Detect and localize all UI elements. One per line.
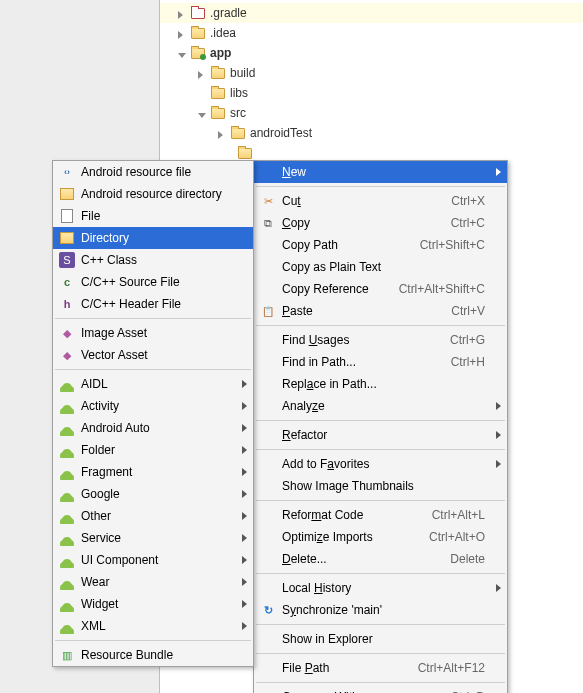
menu-label: AIDL <box>81 377 108 391</box>
tree-item-androidtest[interactable]: androidTest <box>160 123 583 143</box>
tree-label: androidTest <box>250 126 312 140</box>
file-icon <box>59 208 75 224</box>
menu-separator <box>256 500 505 501</box>
module-folder-icon <box>191 48 205 59</box>
shortcut: Ctrl+H <box>451 355 485 369</box>
menu-item-other[interactable]: Other <box>53 505 253 527</box>
collapse-arrow-icon[interactable] <box>178 48 188 58</box>
collapse-arrow-icon[interactable] <box>198 108 208 118</box>
menu-item-refactor[interactable]: Refactor <box>254 424 507 446</box>
menu-label: Copy Reference <box>282 282 369 296</box>
tree-item-gradle[interactable]: .gradle <box>160 3 583 23</box>
menu-item-android-auto[interactable]: Android Auto <box>53 417 253 439</box>
menu-item-copy-reference[interactable]: Copy ReferenceCtrl+Alt+Shift+C <box>254 278 507 300</box>
menu-item-vector-asset[interactable]: Vector Asset <box>53 344 253 366</box>
menu-item-copy-plain[interactable]: Copy as Plain Text <box>254 256 507 278</box>
menu-label: Copy <box>282 216 310 230</box>
menu-item-show-explorer[interactable]: Show in Explorer <box>254 628 507 650</box>
android-icon <box>59 508 75 524</box>
menu-item-resource-bundle[interactable]: Resource Bundle <box>53 644 253 666</box>
menu-label: Copy Path <box>282 238 338 252</box>
expand-arrow-icon[interactable] <box>198 68 208 78</box>
menu-label: Delete... <box>282 552 327 566</box>
menu-item-file-path[interactable]: File PathCtrl+Alt+F12 <box>254 657 507 679</box>
menu-item-file[interactable]: File <box>53 205 253 227</box>
menu-item-find-in-path[interactable]: Find in Path...Ctrl+H <box>254 351 507 373</box>
menu-item-google[interactable]: Google <box>53 483 253 505</box>
menu-item-replace-in-path[interactable]: Replace in Path... <box>254 373 507 395</box>
menu-item-xml[interactable]: XML <box>53 615 253 637</box>
tree-item-idea[interactable]: .idea <box>160 23 583 43</box>
tree-item-src[interactable]: src <box>160 103 583 123</box>
android-icon <box>59 574 75 590</box>
menu-item-paste[interactable]: PasteCtrl+V <box>254 300 507 322</box>
menu-item-optimize-imports[interactable]: Optimize ImportsCtrl+Alt+O <box>254 526 507 548</box>
menu-item-activity[interactable]: Activity <box>53 395 253 417</box>
menu-label: Activity <box>81 399 119 413</box>
copy-icon <box>260 215 276 231</box>
tree-item-libs[interactable]: libs <box>160 83 583 103</box>
menu-item-copy-path[interactable]: Copy PathCtrl+Shift+C <box>254 234 507 256</box>
menu-label: Other <box>81 509 111 523</box>
menu-item-analyze[interactable]: Analyze <box>254 395 507 417</box>
menu-item-directory[interactable]: Directory <box>53 227 253 249</box>
menu-item-delete[interactable]: Delete...Delete <box>254 548 507 570</box>
folder-icon <box>191 28 205 39</box>
menu-item-image-asset[interactable]: Image Asset <box>53 322 253 344</box>
shortcut: Ctrl+G <box>450 333 485 347</box>
menu-item-service[interactable]: Service <box>53 527 253 549</box>
android-icon <box>59 464 75 480</box>
menu-item-c-source[interactable]: C/C++ Source File <box>53 271 253 293</box>
shortcut: Ctrl+Alt+F12 <box>418 661 485 675</box>
menu-item-new[interactable]: New <box>254 161 507 183</box>
submenu-arrow-icon <box>242 402 247 410</box>
submenu-arrow-icon <box>242 556 247 564</box>
project-tree[interactable]: .gradle .idea app build libs src <box>160 0 583 163</box>
menu-item-aidl[interactable]: AIDL <box>53 373 253 395</box>
menu-item-wear[interactable]: Wear <box>53 571 253 593</box>
menu-item-compare-with[interactable]: Compare With...Ctrl+D <box>254 686 507 693</box>
menu-separator <box>55 318 251 319</box>
menu-separator <box>256 653 505 654</box>
menu-item-fragment[interactable]: Fragment <box>53 461 253 483</box>
menu-item-folder[interactable]: Folder <box>53 439 253 461</box>
xml-icon <box>59 164 75 180</box>
menu-label: Image Asset <box>81 326 147 340</box>
menu-label: Synchronize 'main' <box>282 603 382 617</box>
menu-item-find-usages[interactable]: Find UsagesCtrl+G <box>254 329 507 351</box>
folder-icon <box>59 186 75 202</box>
menu-item-c-header[interactable]: C/C++ Header File <box>53 293 253 315</box>
cut-icon <box>260 193 276 209</box>
menu-item-reformat[interactable]: Reformat CodeCtrl+Alt+L <box>254 504 507 526</box>
android-icon <box>59 596 75 612</box>
shortcut: Ctrl+V <box>451 304 485 318</box>
menu-item-local-history[interactable]: Local History <box>254 577 507 599</box>
menu-item-cut[interactable]: CutCtrl+X <box>254 190 507 212</box>
menu-label: Analyze <box>282 399 325 413</box>
menu-item-widget[interactable]: Widget <box>53 593 253 615</box>
menu-item-add-favorites[interactable]: Add to Favorites <box>254 453 507 475</box>
submenu-arrow-icon <box>496 168 501 176</box>
tree-label: src <box>230 106 246 120</box>
tree-item-app[interactable]: app <box>160 43 583 63</box>
tree-item-build[interactable]: build <box>160 63 583 83</box>
menu-item-android-resource-directory[interactable]: Android resource directory <box>53 183 253 205</box>
menu-label: UI Component <box>81 553 158 567</box>
shortcut: Delete <box>450 552 485 566</box>
menu-item-show-thumbnails[interactable]: Show Image Thumbnails <box>254 475 507 497</box>
menu-label: Show in Explorer <box>282 632 373 646</box>
menu-label: Show Image Thumbnails <box>282 479 414 493</box>
menu-item-cpp-class[interactable]: C++ Class <box>53 249 253 271</box>
menu-label: C++ Class <box>81 253 137 267</box>
menu-label: Find Usages <box>282 333 349 347</box>
menu-item-copy[interactable]: CopyCtrl+C <box>254 212 507 234</box>
menu-label: Android resource directory <box>81 187 222 201</box>
menu-item-ui-component[interactable]: UI Component <box>53 549 253 571</box>
expand-arrow-icon[interactable] <box>218 128 228 138</box>
menu-label: Copy as Plain Text <box>282 260 381 274</box>
expand-arrow-icon[interactable] <box>178 8 188 18</box>
tree-label: .idea <box>210 26 236 40</box>
expand-arrow-icon[interactable] <box>178 28 188 38</box>
menu-item-android-resource-file[interactable]: Android resource file <box>53 161 253 183</box>
menu-item-synchronize[interactable]: Synchronize 'main' <box>254 599 507 621</box>
